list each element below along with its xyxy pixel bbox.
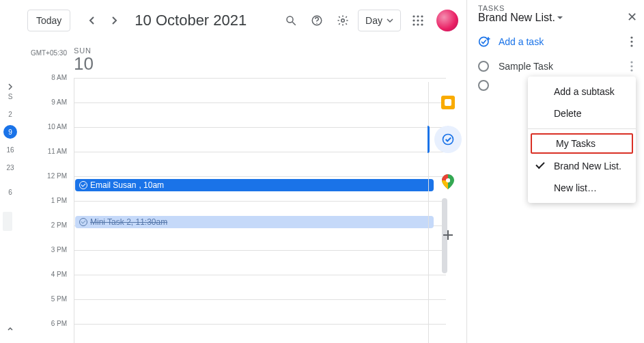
mini-day[interactable]: 16	[0, 141, 20, 159]
view-selector[interactable]: Day	[358, 10, 401, 31]
day-grid: GMT+05:30 SUN 10 8 AM 9 AM 10 AM 11 AM 1…	[20, 41, 466, 343]
tasks-list-name: Brand New List.	[478, 12, 555, 24]
hour-label: 3 PM	[20, 246, 67, 253]
collapse-sidebar-icon[interactable]	[3, 321, 18, 336]
menu-my-tasks[interactable]: My Tasks	[531, 133, 633, 154]
hour-label: 11 AM	[20, 148, 67, 155]
svg-point-14	[443, 135, 453, 145]
svg-point-4	[341, 18, 345, 22]
tasks-app-icon[interactable]	[434, 126, 462, 153]
chevron-down-icon	[557, 14, 563, 21]
event-time: , 10am	[139, 180, 164, 190]
keep-app-icon[interactable]	[434, 89, 462, 116]
tasks-list-selector[interactable]: Brand New List.	[478, 12, 633, 24]
hour-label: 6 PM	[20, 320, 67, 327]
mini-day[interactable]: 2	[0, 105, 20, 123]
prev-day-button[interactable]	[81, 10, 103, 31]
tasks-list-more-icon[interactable]	[630, 36, 633, 47]
svg-line-1	[292, 22, 296, 25]
search-icon[interactable]	[280, 10, 302, 31]
maps-app-icon[interactable]	[434, 168, 462, 195]
svg-point-6	[417, 15, 419, 17]
add-app-icon[interactable]	[434, 221, 462, 249]
next-day-button[interactable]	[103, 10, 125, 31]
hour-label: 1 PM	[20, 197, 67, 204]
svg-point-26	[630, 40, 632, 42]
expand-sidebar-icon[interactable]	[3, 79, 18, 94]
mini-day[interactable]: 23	[0, 159, 20, 176]
close-tasks-icon[interactable]: ✕	[627, 10, 637, 25]
svg-point-25	[630, 36, 632, 38]
apps-icon[interactable]	[412, 14, 424, 27]
day-number: 10	[74, 53, 466, 74]
today-button[interactable]: Today	[27, 10, 70, 31]
hour-grid: 8 AM 9 AM 10 AM 11 AM 12 PM 1 PM 2 PM 3 …	[20, 78, 466, 343]
mini-calendar-rail: S 2 9 16 23 6	[0, 41, 20, 343]
add-task-icon	[478, 35, 492, 49]
svg-point-11	[412, 23, 415, 25]
hour-label: 10 AM	[20, 123, 67, 131]
svg-point-8	[412, 19, 415, 21]
svg-point-13	[421, 23, 423, 25]
mini-day-selected[interactable]: 9	[3, 125, 17, 139]
svg-point-7	[421, 15, 423, 17]
svg-point-27	[630, 44, 632, 46]
svg-point-30	[630, 69, 632, 71]
view-label: Day	[365, 15, 382, 26]
menu-separator	[528, 128, 636, 129]
svg-point-16	[446, 178, 450, 182]
menu-add-subtask[interactable]: Add a subtask	[528, 81, 636, 102]
event-email-susan[interactable]: Email Susan, 10am	[75, 179, 434, 191]
add-task-button[interactable]: Add a task	[499, 36, 544, 47]
svg-point-9	[417, 19, 419, 21]
task-title: Sample Task	[499, 61, 553, 72]
menu-delete[interactable]: Delete	[528, 102, 636, 124]
task-check-icon	[79, 218, 87, 226]
task-complete-toggle[interactable]	[478, 61, 489, 72]
hour-label: 9 AM	[20, 98, 67, 106]
side-panel-rail	[428, 82, 466, 343]
svg-point-5	[412, 15, 415, 17]
task-complete-toggle[interactable]	[478, 80, 489, 91]
svg-point-3	[316, 23, 318, 24]
help-icon[interactable]	[306, 10, 328, 31]
hour-label: 5 PM	[20, 295, 67, 303]
event-title: Email Susan	[90, 180, 136, 190]
task-context-menu: Add a subtask Delete My Tasks Brand New …	[528, 77, 636, 203]
timezone-label: GMT+05:30	[20, 49, 67, 57]
svg-point-10	[421, 19, 423, 21]
calendar-header: Today 10 October 2021 Day	[0, 0, 466, 41]
menu-new-list[interactable]: New list…	[528, 177, 636, 199]
event-title: Mini Task 2, 11:30am	[90, 217, 167, 227]
account-avatar[interactable]	[436, 10, 458, 31]
hour-label: 8 AM	[20, 74, 67, 81]
hour-label: 4 PM	[20, 271, 67, 278]
day-header: SUN 10	[20, 41, 466, 80]
mini-block	[3, 212, 12, 231]
chevron-down-icon	[387, 17, 393, 24]
settings-icon[interactable]	[332, 10, 354, 31]
svg-point-12	[417, 23, 419, 25]
task-row[interactable]: Sample Task	[467, 57, 644, 76]
svg-point-28	[630, 61, 632, 63]
task-more-icon[interactable]	[630, 61, 633, 72]
svg-point-29	[630, 65, 632, 67]
hour-label: 12 PM	[20, 172, 67, 180]
menu-current-list[interactable]: Brand New List.	[528, 155, 636, 177]
task-check-icon	[79, 181, 87, 189]
event-mini-task-2[interactable]: Mini Task 2, 11:30am	[75, 216, 434, 228]
mini-day[interactable]: 6	[0, 183, 20, 201]
date-title: 10 October 2021	[135, 12, 247, 29]
hour-label: 2 PM	[20, 221, 67, 229]
svg-point-0	[287, 16, 293, 23]
